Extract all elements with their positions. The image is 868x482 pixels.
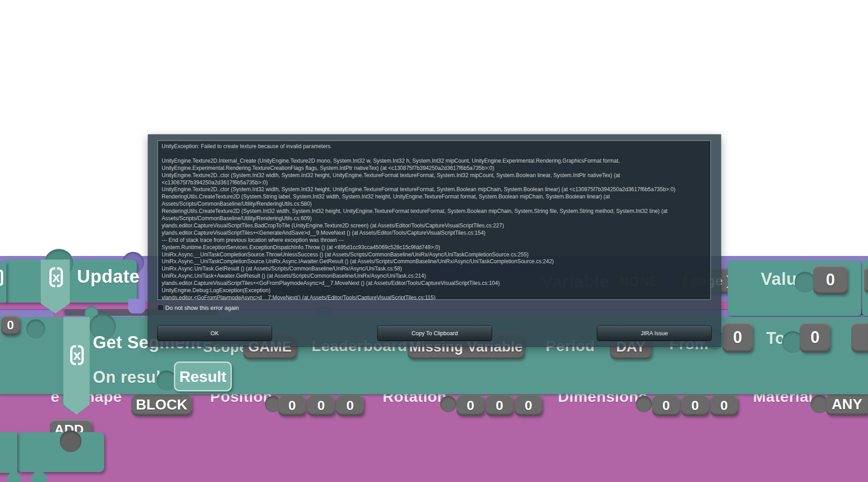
on-result-label: On result (93, 368, 167, 387)
do-not-show-row: Do not show this error again (158, 304, 239, 311)
dimensions-z-slot[interactable]: 0 (710, 395, 738, 416)
stack-trace-line: RenderingUtils.CreateTexture2D (System.I… (162, 208, 707, 222)
code-block-icon: x (45, 267, 67, 287)
rotation-z-slot[interactable]: 0 (514, 395, 542, 416)
notch-hole (26, 319, 45, 338)
dimensions-x-slot[interactable]: 0 (652, 395, 680, 416)
code-block-icon: x (66, 345, 88, 365)
stack-trace-line: UnityEngine.Debug:LogException(Exception… (162, 287, 707, 294)
stack-trace-line: ylands.editor.CaptureVisualScriptTiles.B… (162, 222, 707, 230)
jira-issue-button[interactable]: JIRA Issue (597, 325, 712, 341)
position-y-slot[interactable]: 0 (307, 395, 335, 416)
stack-trace-line: UniRx.Async.__UniTaskCompletionSource.Th… (162, 251, 707, 259)
stack-trace-line: UnityEngine.Texture2D..ctor (System.Int3… (162, 172, 707, 187)
connector-socket (636, 396, 652, 412)
code-block-icon-char: x (73, 348, 81, 362)
clipped-block-fragment[interactable] (0, 432, 17, 473)
connector-socket (795, 272, 815, 293)
ok-button[interactable]: OK (157, 325, 272, 341)
position-x-slot[interactable]: 0 (278, 395, 306, 416)
code-block-icon-fragment (0, 270, 3, 286)
ylands-editor-screen: x Update Variable NONE ( page ) Value 0 … (0, 0, 868, 482)
stack-trace-textarea[interactable]: UnityException: Failed to create texture… (158, 140, 711, 300)
dimensions-y-slot[interactable]: 0 (681, 395, 709, 416)
stack-trace-line: UniRx.Async.__UniTaskCompletionSource.Un… (162, 258, 707, 265)
stack-trace-line: --- End of stack trace from previous loc… (162, 237, 707, 244)
from-value-slot[interactable]: 0 (722, 323, 753, 352)
rotation-x-slot[interactable]: 0 (456, 395, 484, 416)
shape-type-slot[interactable]: BLOCK (131, 394, 192, 416)
code-block-icon-char: x (53, 270, 60, 284)
clipped-slot-fragment (864, 267, 868, 293)
stack-trace-line: RenderingUtils.CreateTexture2D (System.S… (162, 193, 707, 208)
do-not-show-checkbox[interactable] (158, 305, 163, 311)
unity-exception-dialog: UnityException: Failed to create texture… (148, 135, 721, 347)
stack-trace-line: ylands.editor.CaptureVisualScriptTiles+<… (162, 280, 707, 287)
clipped-slot-fragment (851, 323, 868, 352)
copy-to-clipboard-button[interactable]: Copy To Clipboard (377, 325, 492, 341)
stack-trace-line (162, 150, 707, 158)
connector-socket (440, 396, 456, 412)
material-value-slot[interactable]: ANY (826, 393, 868, 415)
notch-hole (60, 430, 82, 452)
value-slot[interactable]: 0 (813, 265, 848, 294)
position-z-slot[interactable]: 0 (336, 395, 364, 416)
result-output-block[interactable]: Result (174, 362, 232, 391)
get-segment-ribbon (63, 317, 90, 415)
do-not-show-label: Do not show this error again (165, 304, 239, 311)
stack-trace-line: UnityException: Failed to create texture… (162, 143, 707, 150)
rotation-y-slot[interactable]: 0 (485, 395, 513, 416)
stack-trace-line: UniRx.Async.UniTask+Awaiter.GetResult ()… (162, 273, 707, 280)
stack-trace-line: UnityEngine.Texture2D..ctor (System.Int3… (162, 186, 707, 193)
stack-trace-line: ylands.editor.<GoFromPlaymodeAsync>d__7:… (162, 294, 707, 300)
update-block-title: Update (77, 266, 140, 287)
corner-value-slot[interactable]: 0 (1, 315, 20, 335)
stack-trace-line: UniRx.Async.UniTask.GetResult () (at Ass… (162, 265, 707, 273)
stack-trace-line: ylands.editor.CaptureVisualScriptTiles+<… (162, 230, 707, 237)
stack-trace-line: UnityEngine.Texture2D.Internal_Create (U… (162, 158, 707, 172)
puzzle-tab (128, 299, 145, 313)
to-value-slot[interactable]: 0 (800, 323, 830, 352)
stack-trace-line: System.Runtime.ExceptionServices.Excepti… (162, 244, 707, 251)
